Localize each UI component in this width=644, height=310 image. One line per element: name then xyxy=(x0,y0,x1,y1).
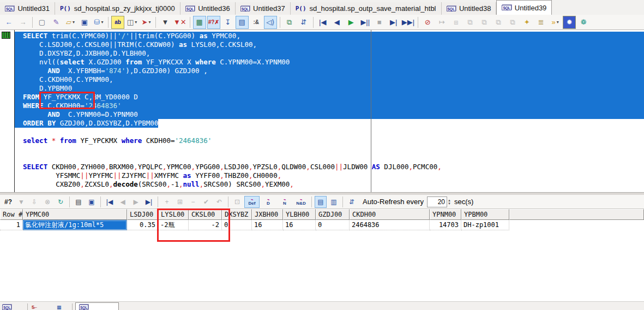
copy-page-icon: ⧉ xyxy=(482,19,486,26)
new-window-button[interactable]: ▢ xyxy=(35,16,49,29)
refresh-icon: ↻ xyxy=(58,199,63,205)
single-record-view-icon: ⊡ xyxy=(234,199,240,205)
export-database-button[interactable]: ⛁▾ xyxy=(92,16,105,29)
tab-untitled36[interactable]: SQLUntitled36 xyxy=(180,2,236,15)
more-windows-button[interactable]: »▾ xyxy=(549,16,562,29)
save-results-button[interactable]: ▣ xyxy=(86,196,98,208)
cell-ypmc00[interactable]: 氯化钾注射液/1g:10ml*5 xyxy=(23,220,127,230)
tab-untitled31[interactable]: SQLUntitled31 xyxy=(0,2,55,15)
macro-button[interactable]: ➤▾ xyxy=(140,16,153,29)
fetch-last-page-button[interactable]: ↧ xyxy=(221,16,234,29)
copy-as-script-button: ⧉ xyxy=(464,16,477,29)
find-replace-button[interactable]: ab xyxy=(111,16,124,29)
tab-untitled38[interactable]: SQLUntitled38 xyxy=(442,2,497,15)
bottom-active-window-tab[interactable]: SQL xyxy=(75,302,119,310)
cell-gzdj00[interactable]: 0 xyxy=(316,220,350,230)
print-icon: ▤ xyxy=(75,199,81,205)
cell-jxbh00[interactable]: 16 xyxy=(252,220,283,230)
column-header-ylbh00[interactable]: YLBH00 xyxy=(283,209,316,220)
test-icon: ✦ xyxy=(524,19,530,26)
spinner-arrows-icon[interactable]: ▲▼ xyxy=(448,199,451,205)
copy-to-editor-button[interactable]: ⧉ xyxy=(283,16,296,29)
tab-sd-hospital-sp-zy-jkkjxx-tj0000[interactable]: P()sd_hospital.sp_zy_jkkjxx_tj0000 xyxy=(55,2,180,15)
first-record-button[interactable]: |◀ xyxy=(104,196,116,208)
fetch-rows-button[interactable]: ⇵ xyxy=(346,196,358,208)
insert-rows-button[interactable]: ⇵ xyxy=(297,16,310,29)
step-over-button[interactable]: ▶| xyxy=(387,16,400,29)
first-record-icon: |◀ xyxy=(106,199,113,205)
previous-breakpoint-button[interactable]: ◀ xyxy=(330,16,344,29)
speak-button[interactable]: ◁⟩ xyxy=(264,16,277,29)
new-program-window-button[interactable]: ✎ xyxy=(50,16,63,29)
refresh-button[interactable]: ↻ xyxy=(55,196,67,208)
auto-refresh-value[interactable]: 20 xyxy=(427,196,447,207)
sql-window-icon: SQL xyxy=(5,6,14,11)
cell-ckdh00[interactable]: 2464836 xyxy=(350,220,430,230)
copy-page-button: ⧉ xyxy=(478,16,491,29)
column-header-lsdj00[interactable]: LSDJ00 xyxy=(127,209,158,220)
sql-editor[interactable]: SELECT trim(C.YPMC00)||'/'||trim(C.YPGG0… xyxy=(0,30,644,192)
dropdown-caret-icon: ▾ xyxy=(101,20,103,25)
stop-button: ■ xyxy=(373,16,386,29)
column-header-gzdj00[interactable]: GZDJ00 xyxy=(316,209,350,220)
run-to-end-button[interactable]: ▶▶| xyxy=(401,16,415,29)
column-header-ypbm00[interactable]: YPBM00 xyxy=(461,209,509,220)
single-record-view-button[interactable]: ▤ xyxy=(236,16,249,29)
show-all-columns-button[interactable]: ▤ xyxy=(315,196,327,208)
tab-sd-hospital-sp-outp-save-material-htbl[interactable]: P()sd_hospital.sp_outp_save_material_htb… xyxy=(291,2,442,15)
edit-data-button[interactable]: ▦ xyxy=(193,16,206,29)
bottom-window-icon[interactable]: ▦ xyxy=(57,305,62,310)
code-line: AND C.YPNM00=D.YPNM00 xyxy=(15,110,644,119)
code-area[interactable]: SELECT trim(C.YPMC00)||'/'||trim(C.YPGG0… xyxy=(15,30,644,192)
bottom-sql-window-icon[interactable]: SQL xyxy=(2,305,11,310)
tab-untitled39[interactable]: SQLUntitled39 xyxy=(496,0,552,15)
run-to-next-button[interactable]: ▶|| xyxy=(359,16,372,29)
column-header-ckdh00[interactable]: CKDH00 xyxy=(350,209,430,220)
open-file-button[interactable]: ▱▾ xyxy=(64,16,77,29)
table-row: 1氯化钾注射液/1g:10ml*50.35-2瓶-201616024648361… xyxy=(0,220,644,230)
cell-ypbm00[interactable]: DH-zp1001 xyxy=(461,220,509,230)
column-header-ypnm00[interactable]: YPNM00 xyxy=(430,209,461,220)
cell-lsdj00[interactable]: 0.35 xyxy=(127,220,158,230)
filter-button[interactable]: ▼ xyxy=(159,16,172,29)
disable-debug-button[interactable]: ⊘ xyxy=(421,16,434,29)
sql-window-icon: SQL xyxy=(502,5,511,10)
column-header-ypmc00[interactable]: YPMC00 xyxy=(23,209,127,220)
column-header-row-[interactable]: Row # xyxy=(0,209,23,220)
first-breakpoint-button[interactable]: |◀ xyxy=(316,16,329,29)
cell-ylbh00[interactable]: 16 xyxy=(283,220,316,230)
toolbar-separator xyxy=(190,17,190,28)
back-button[interactable]: ← xyxy=(2,16,15,29)
code-line: D.YPBM00 xyxy=(15,84,644,93)
column-header-jxbh00[interactable]: JXBH00 xyxy=(252,209,283,220)
sort-date-button[interactable]: D xyxy=(261,196,276,208)
count-records-button[interactable]: #?✗ xyxy=(207,16,220,29)
save-file-button[interactable]: ▣ xyxy=(78,16,91,29)
todo-bird-button[interactable]: ❁ xyxy=(577,16,590,29)
concatenate-button[interactable]: :& xyxy=(250,16,263,29)
code-line: CXBZ00,ZCXSL0,decode(SRCS00,-1,null,SRCS… xyxy=(15,180,644,189)
sort-number-date-button[interactable]: N&D xyxy=(293,196,309,208)
cell-row-[interactable]: 1 xyxy=(0,220,23,230)
auto-refresh-spinner[interactable]: 20 ▲▼ xyxy=(427,196,451,207)
select-columns-button[interactable]: ▥ xyxy=(328,196,340,208)
sort-default-button[interactable]: Def xyxy=(244,196,260,208)
split-window-button[interactable]: ◫▾ xyxy=(125,16,139,29)
run-button[interactable]: ▶ xyxy=(345,16,358,29)
tab-untitled37[interactable]: SQLUntitled37 xyxy=(236,2,291,15)
prior-record-button: ◀ xyxy=(117,196,129,208)
cell-ypnm00[interactable]: 14703 xyxy=(430,220,461,230)
insert-record-icon: + xyxy=(165,199,168,205)
tips-icon: ✹ xyxy=(567,19,573,26)
browser-filter-button[interactable]: ≣ xyxy=(534,16,547,29)
tips-button[interactable]: ✹ xyxy=(563,16,576,29)
bottom-report-window-icon[interactable]: 5⌐ xyxy=(32,305,37,310)
print-button[interactable]: ▤ xyxy=(73,196,85,208)
insert-rows-icon: ⇵ xyxy=(300,19,306,26)
edit-data-icon: ▦ xyxy=(196,19,203,26)
export-database-icon: ⛁ xyxy=(94,19,100,26)
sort-number-button[interactable]: N xyxy=(277,196,292,208)
test-button[interactable]: ✦ xyxy=(520,16,533,29)
filter-clear-button[interactable]: ▼✕ xyxy=(173,16,187,29)
last-record-button[interactable]: ▶| xyxy=(143,196,155,208)
